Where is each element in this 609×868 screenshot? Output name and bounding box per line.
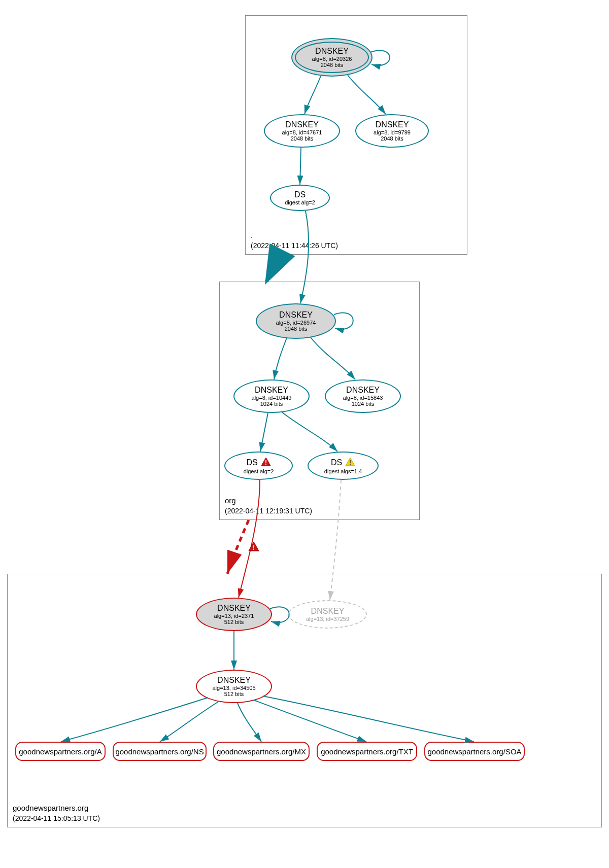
- dnskey-alg: alg=8, id=20326: [312, 56, 352, 62]
- dnskey-alg: alg=8, id=9799: [374, 129, 411, 135]
- rrset-label: goodnewspartners.org/A: [19, 747, 101, 756]
- dnskey-title: DNSKEY: [346, 386, 380, 395]
- dnskey-title: DNSKEY: [279, 310, 313, 320]
- rrset-soa: goodnewspartners.org/SOA: [424, 742, 525, 761]
- zone-domain-label: goodnewspartners.org (2022-04-11 15:05:1…: [13, 803, 100, 823]
- rrset-txt: goodnewspartners.org/TXT: [317, 742, 417, 761]
- dnskey-bits: 2048 bits: [381, 135, 403, 142]
- node-dnskey-org-26974: DNSKEY alg=8, id=26974 2048 bits: [256, 303, 336, 339]
- dnskey-bits: 2048 bits: [285, 326, 308, 332]
- zone-org-name: org: [225, 496, 236, 505]
- rrset-label: goodnewspartners.org/NS: [115, 747, 204, 756]
- dnskey-bits: 2048 bits: [291, 135, 314, 142]
- zone-root-timestamp: (2022-04-11 11:44:26 UTC): [251, 241, 338, 250]
- zone-root-label: . (2022-04-11 11:44:26 UTC): [251, 230, 338, 250]
- rrset-label: goodnewspartners.org/TXT: [321, 747, 413, 756]
- rrset-ns: goodnewspartners.org/NS: [113, 742, 207, 761]
- warning-icon-warning: !: [345, 457, 355, 468]
- dnskey-alg: alg=13, id=37259: [306, 616, 349, 622]
- node-dnskey-root-47671: DNSKEY alg=8, id=47671 2048 bits: [264, 114, 340, 148]
- node-dnskey-dom-2371: DNSKEY alg=13, id=2371 512 bits: [196, 598, 272, 631]
- node-dnskey-root-ksk: DNSKEY alg=8, id=20326 2048 bits: [291, 38, 373, 77]
- dnskey-alg: alg=8, id=26974: [276, 320, 316, 326]
- node-dnskey-dom-34505: DNSKEY alg=13, id=34505 512 bits: [196, 670, 272, 703]
- dnskey-alg: alg=8, id=15843: [343, 395, 383, 401]
- dnskey-bits: 2048 bits: [321, 62, 344, 68]
- ds-title: DS: [331, 458, 342, 467]
- dnskey-title: DNSKEY: [217, 604, 251, 613]
- rrset-a: goodnewspartners.org/A: [15, 742, 106, 761]
- svg-text:!: !: [253, 544, 255, 551]
- dnskey-bits: 512 bits: [224, 691, 244, 697]
- node-ds-org-2: DS ! digest algs=1,4: [308, 452, 379, 480]
- ds-alg: digest algs=1,4: [324, 468, 362, 474]
- ds-alg: digest alg=2: [244, 468, 274, 474]
- dnskey-alg: alg=8, id=47671: [282, 129, 322, 135]
- dnskey-alg: alg=8, id=10449: [252, 395, 292, 401]
- dnskey-alg: alg=13, id=34505: [212, 685, 255, 691]
- zone-org-timestamp: (2022-04-11 12:19:31 UTC): [225, 507, 312, 515]
- svg-text:!: !: [349, 459, 351, 466]
- rrset-mx: goodnewspartners.org/MX: [213, 742, 310, 761]
- svg-marker-4: [249, 542, 259, 551]
- dnskey-alg: alg=13, id=2371: [214, 613, 254, 619]
- dnskey-title: DNSKEY: [255, 386, 288, 395]
- ds-title: DS: [246, 458, 257, 467]
- dnskey-bits: 512 bits: [224, 619, 244, 625]
- node-dnskey-org-15843: DNSKEY alg=8, id=15843 1024 bits: [325, 379, 401, 413]
- dnskey-bits: 1024 bits: [352, 401, 375, 407]
- node-dnskey-dom-37259: DNSKEY alg=13, id=37259: [288, 600, 367, 629]
- rrset-label: goodnewspartners.org/SOA: [427, 747, 521, 756]
- dnskey-title: DNSKEY: [217, 676, 251, 685]
- dnskey-bits: 1024 bits: [260, 401, 283, 407]
- svg-text:!: !: [265, 459, 267, 466]
- node-ds-org-1: DS ! digest alg=2: [224, 452, 293, 480]
- node-ds-root: DS digest alg=2: [270, 185, 330, 211]
- zone-domain-name: goodnewspartners.org: [13, 804, 88, 812]
- dnskey-title: DNSKEY: [311, 607, 345, 616]
- rrset-label: goodnewspartners.org/MX: [217, 747, 306, 756]
- warning-icon-error: !: [261, 457, 271, 468]
- zone-root-name: .: [251, 231, 253, 239]
- node-dnskey-root-9799: DNSKEY alg=8, id=9799 2048 bits: [355, 114, 429, 148]
- ds-alg: digest alg=2: [285, 199, 315, 205]
- dnskey-title: DNSKEY: [285, 120, 319, 129]
- node-dnskey-org-10449: DNSKEY alg=8, id=10449 1024 bits: [233, 379, 310, 413]
- zone-domain-timestamp: (2022-04-11 15:05:13 UTC): [13, 814, 100, 822]
- dnskey-title: DNSKEY: [376, 120, 409, 129]
- zone-org-label: org (2022-04-11 12:19:31 UTC): [225, 496, 312, 515]
- ds-title: DS: [294, 190, 306, 199]
- dnskey-title: DNSKEY: [315, 47, 349, 56]
